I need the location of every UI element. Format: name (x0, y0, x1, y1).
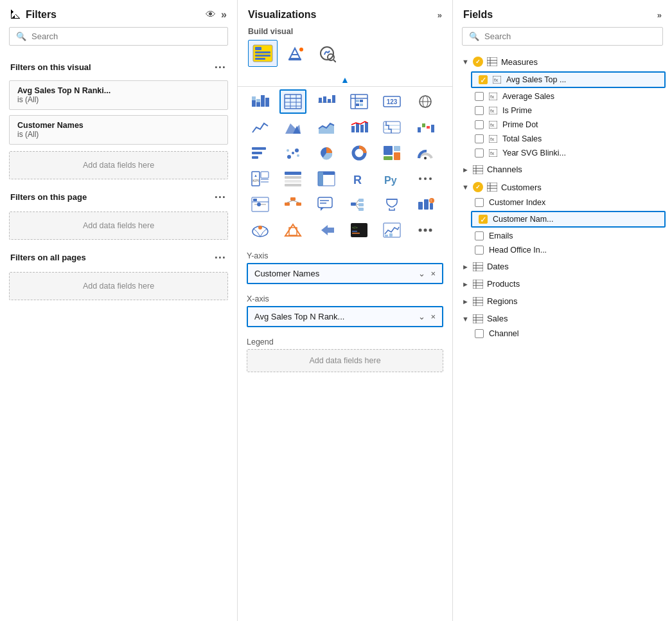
field-item-customer-index[interactable]: Customer Index (453, 195, 672, 210)
viz-icon-stacked-bar[interactable] (247, 89, 274, 114)
svg-rect-51 (427, 126, 430, 129)
head-office-checkbox[interactable] (475, 246, 484, 255)
svg-rect-14 (261, 95, 265, 107)
field-item-avg-sales-top[interactable]: ✓ fx Avg Sales Top ... (471, 71, 666, 88)
filters-eye-icon[interactable]: 👁 (206, 9, 216, 21)
viz-icon-decomp-tree[interactable] (346, 192, 373, 217)
svg-rect-100 (351, 203, 356, 206)
average-sales-checkbox[interactable] (475, 92, 484, 101)
prime-dot-checkbox[interactable] (475, 120, 484, 129)
viz-icon-matrix[interactable] (346, 89, 373, 114)
viz-tab-format[interactable] (280, 40, 310, 67)
field-group-customers-header[interactable]: ▼ ✓ Customers (453, 179, 672, 195)
channel-checkbox[interactable] (475, 329, 484, 338)
viz-icon-table-selected[interactable] (279, 89, 306, 114)
viz-icon-map[interactable] (247, 218, 274, 242)
viz-icon-python-visual[interactable]: Py (378, 166, 405, 191)
fields-search-box: 🔍 (462, 27, 663, 46)
viz-icon-code[interactable]: </> (346, 218, 373, 242)
viz-icon-scatter[interactable] (279, 141, 306, 165)
viz-expand-icon[interactable]: » (438, 10, 442, 20)
viz-icon-more[interactable] (412, 166, 439, 191)
viz-icon-mountain[interactable] (279, 115, 306, 140)
filters-expand-icon[interactable]: » (221, 9, 227, 21)
viz-tab-analytics[interactable] (312, 40, 342, 67)
viz-icon-arrow[interactable] (313, 218, 340, 242)
viz-icon-r-visual[interactable]: R (346, 166, 373, 191)
viz-icon-table2[interactable] (279, 166, 306, 191)
avg-sales-top-checkbox[interactable]: ✓ (479, 75, 488, 84)
viz-icon-combo[interactable] (346, 115, 373, 140)
viz-icon-matrix2[interactable] (313, 166, 340, 191)
field-item-average-sales[interactable]: fx Average Sales (453, 89, 672, 104)
filters-search-input[interactable] (31, 32, 221, 41)
field-item-year-svg[interactable]: fx Year SVG Blinki... (453, 146, 672, 160)
customers-table-icon (487, 183, 497, 192)
viz-icon-shape[interactable] (279, 218, 306, 242)
viz-icon-kpi[interactable]: ▲KPI (247, 166, 274, 191)
fields-search-input[interactable] (484, 32, 656, 41)
svg-rect-144 (473, 165, 483, 174)
viz-tab-build[interactable] (248, 40, 278, 67)
filter-card-customer-names[interactable]: Customer Names is (All) (9, 115, 228, 145)
y-axis-expand-icon[interactable]: ⌄ (418, 269, 425, 278)
fields-expand-icon[interactable]: » (657, 10, 662, 20)
customer-index-checkbox[interactable] (475, 198, 484, 207)
field-item-channel[interactable]: Channel (453, 327, 672, 341)
field-group-regions-header[interactable]: ► Regions (453, 293, 672, 309)
field-group-measures-header[interactable]: ▼ ✓ Measures (453, 53, 672, 70)
svg-rect-55 (252, 156, 258, 159)
total-sales-checkbox[interactable] (475, 134, 484, 143)
viz-icon-sparkline[interactable] (378, 218, 405, 242)
field-item-head-office[interactable]: Head Office In... (453, 243, 672, 257)
filters-page-add: Add data fields here (9, 212, 228, 240)
viz-icon-ellipsis[interactable] (412, 218, 439, 242)
svg-text:Py: Py (384, 175, 397, 186)
filter-card-avg-sales[interactable]: Avg Sales Top N Ranki... is (All) (9, 80, 228, 110)
viz-icon-chat-bubble[interactable] (313, 192, 340, 217)
year-svg-checkbox[interactable] (475, 148, 484, 158)
x-axis-field-box: Avg Sales Top N Rank... ⌄ × (247, 306, 443, 327)
emails-checkbox[interactable] (475, 231, 484, 240)
viz-icon-line[interactable] (247, 115, 274, 140)
viz-icon-donut[interactable] (346, 141, 373, 165)
field-group-dates-header[interactable]: ► Dates (453, 258, 672, 274)
viz-icon-hierarchy[interactable] (279, 192, 306, 217)
viz-icon-treemap[interactable] (378, 141, 405, 165)
field-item-is-prime[interactable]: fx Is Prime (453, 104, 672, 118)
viz-icon-pie[interactable] (313, 141, 340, 165)
svg-rect-152 (473, 262, 483, 271)
viz-icon-globe[interactable] (412, 89, 439, 114)
viz-icon-area[interactable] (313, 115, 340, 140)
field-item-total-sales[interactable]: fx Total Sales (453, 132, 672, 146)
calc-icon-prime-dot: fx (489, 121, 497, 129)
filters-visual-dots[interactable]: ⋯ (214, 60, 227, 74)
field-item-customer-names[interactable]: ✓ Customer Nam... (471, 211, 666, 228)
svg-rect-12 (252, 96, 256, 100)
is-prime-checkbox[interactable] (475, 106, 484, 115)
viz-icon-waterfall[interactable] (412, 115, 439, 140)
svg-text:▲: ▲ (254, 174, 258, 177)
svg-rect-75 (285, 176, 301, 179)
x-axis-expand-icon[interactable]: ⌄ (418, 312, 425, 321)
viz-icon-ribbon[interactable] (378, 115, 405, 140)
filters-allpages-dots[interactable]: ⋯ (214, 250, 227, 264)
legend-label: Legend (247, 338, 443, 346)
customer-names-checkbox[interactable]: ✓ (479, 215, 488, 224)
viz-icon-funnel-chart[interactable] (247, 141, 274, 165)
viz-icon-bar2[interactable] (313, 89, 340, 114)
field-item-prime-dot[interactable]: fx Prime Dot (453, 118, 672, 132)
filters-page-dots[interactable]: ⋯ (214, 190, 227, 204)
field-item-emails[interactable]: Emails (453, 229, 672, 243)
viz-icon-slicer[interactable] (247, 192, 274, 217)
field-group-channels-header[interactable]: ► Channels (453, 161, 672, 177)
viz-icon-gauge[interactable] (412, 141, 439, 165)
svg-rect-74 (285, 172, 301, 175)
viz-icon-custom-visual[interactable]: ! (412, 192, 439, 217)
viz-icon-trophy[interactable] (378, 192, 405, 217)
field-group-sales-header[interactable]: ▼ Sales (453, 310, 672, 327)
viz-icon-card[interactable]: 123 (378, 89, 405, 114)
x-axis-remove-icon[interactable]: × (430, 312, 436, 321)
y-axis-remove-icon[interactable]: × (430, 269, 436, 278)
field-group-products-header[interactable]: ► Products (453, 276, 672, 292)
